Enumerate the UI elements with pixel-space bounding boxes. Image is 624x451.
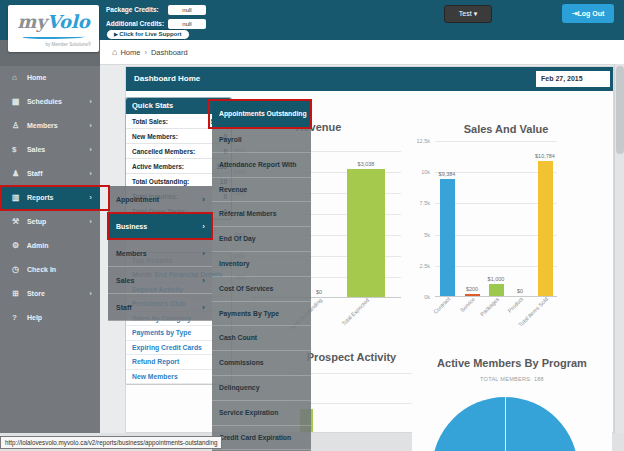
- x-axis-category-label: Contract: [405, 296, 452, 343]
- submenu-item-label: Sales: [116, 277, 134, 284]
- menu-item-referral-members[interactable]: Referral Members: [212, 202, 311, 227]
- menu-item-payroll[interactable]: Payroll: [212, 128, 311, 153]
- chevron-right-icon: ›: [89, 162, 92, 186]
- sidebar-item-members[interactable]: ♙ Members ›: [0, 114, 100, 138]
- sidebar-item-sales[interactable]: $ Sales ›: [0, 138, 100, 162]
- dashboard-panel-header: Dashboard Home Feb 27, 2015: [126, 67, 613, 91]
- wrench-icon: ⚒: [12, 210, 25, 234]
- myvolo-logo[interactable]: myVolo by Member Solutions®: [8, 5, 99, 52]
- sidebar-item-label: Reports: [27, 194, 53, 201]
- chevron-right-icon: ›: [202, 213, 205, 240]
- sidebar-item-check-in[interactable]: ◷ Check In ›: [0, 258, 100, 282]
- menu-item-attendance-report-with[interactable]: Attendance Report With: [212, 153, 311, 178]
- menu-item-credit-card-expiration[interactable]: Credit Card Expiration: [212, 426, 311, 451]
- breadcrumb-home-link[interactable]: Home: [120, 48, 140, 57]
- dashboard-title: Dashboard Home: [134, 74, 200, 83]
- chevron-right-icon: ›: [202, 267, 205, 294]
- sidebar-item-staff[interactable]: ♟ Staff ›: [0, 162, 100, 186]
- chevron-right-icon: ›: [202, 240, 205, 267]
- menu-item-commissions[interactable]: Commissions: [212, 351, 311, 376]
- quick-stat-label: New Members:: [132, 129, 178, 143]
- sidebar-item-schedules[interactable]: ▦ Schedules ›: [0, 90, 100, 114]
- scrollbar-thumb[interactable]: [616, 66, 624, 154]
- menu-item-end-of-day[interactable]: End Of Day: [212, 227, 311, 252]
- brand-tagline: by Member Solutions®: [8, 42, 99, 47]
- brand-my: my: [17, 11, 47, 32]
- reports-submenu: Appointment › Business › Members › Sales…: [108, 186, 212, 321]
- menu-item-cost-of-services[interactable]: Cost Of Services: [212, 277, 311, 302]
- menu-item-cash-count[interactable]: Cash Count: [212, 326, 311, 351]
- submenu-item-sales[interactable]: Sales ›: [108, 267, 212, 294]
- bar-value-label: $9,384: [427, 171, 467, 177]
- chevron-right-icon: ›: [202, 294, 205, 321]
- myvolo-dashboard-page: myVolo by Member Solutions® Package Cred…: [0, 0, 624, 451]
- brand-swoosh: [23, 35, 85, 39]
- x-axis-category-label: Packages: [454, 296, 501, 343]
- business-reports-menu: Appointments OutstandingPayrollAttendanc…: [212, 100, 311, 451]
- sidebar-item-reports[interactable]: ▥ Reports ›: [0, 186, 100, 210]
- live-support-button[interactable]: ▶ Click for Live Support: [106, 29, 190, 40]
- chevron-right-icon: ›: [89, 114, 92, 138]
- package-credits-value: null: [168, 5, 206, 15]
- sales-value-chart: Sales And Value 12.5k10k7.5k5k2.5k0k $9,…: [413, 113, 599, 348]
- brand-volo: Volo: [47, 11, 90, 32]
- additional-credits-value: null: [168, 19, 206, 29]
- submenu-item-business[interactable]: Business ›: [108, 213, 212, 240]
- menu-item-payments-by-type[interactable]: Payments By Type: [212, 302, 311, 327]
- menu-item-revenue[interactable]: Revenue: [212, 178, 311, 203]
- additional-credits-label: Additional Credits:: [106, 20, 168, 27]
- y-axis-tick: 0k: [408, 294, 430, 300]
- bar-contract: [440, 179, 455, 296]
- chevron-right-icon: ›: [202, 186, 205, 213]
- breadcrumb-band: ⌂Home›Dashboard: [100, 40, 624, 65]
- submenu-item-appointment[interactable]: Appointment ›: [108, 186, 212, 213]
- sidebar-item-admin[interactable]: ⚙ Admin ›: [0, 234, 100, 258]
- sidebar-item-label: Sales: [27, 146, 45, 153]
- chevron-right-icon: ›: [89, 90, 92, 114]
- calendar-icon: ▦: [12, 90, 25, 114]
- sidebar-item-label: Setup: [27, 218, 46, 225]
- browser-status-url: http://lolalovesvolo.myvolo.ca/v2/report…: [0, 436, 222, 449]
- sidebar-item-label: Help: [27, 314, 42, 321]
- menu-item-service-expiration[interactable]: Service Expiration: [212, 401, 311, 426]
- sidebar-item-store[interactable]: ⊞ Store ›: [0, 282, 100, 306]
- submenu-item-label: Business: [116, 223, 147, 230]
- breadcrumb: ⌂Home›Dashboard: [112, 47, 188, 57]
- active-members-title: Active Members By Program: [412, 357, 612, 369]
- x-axis-category-label: Total Items Sold: [503, 296, 550, 343]
- y-axis-tick: 2.5k: [408, 263, 430, 269]
- breadcrumb-separator: ›: [144, 48, 147, 57]
- menu-item-appointments-outstanding[interactable]: Appointments Outstanding: [212, 100, 311, 128]
- sidebar-item-help[interactable]: ? Help ›: [0, 306, 100, 330]
- sidebar-item-setup[interactable]: ⚒ Setup ›: [0, 210, 100, 234]
- clock-icon: ◷: [12, 258, 25, 282]
- logout-button[interactable]: ⇥Log Out: [562, 4, 614, 23]
- submenu-item-label: Staff: [116, 304, 132, 311]
- credits-block: Package Credits: null Additional Credits…: [106, 3, 206, 31]
- y-axis-tick: 5k: [408, 232, 430, 238]
- logout-label: Log Out: [578, 10, 605, 17]
- menu-item-inventory[interactable]: Inventory: [212, 252, 311, 277]
- date-field[interactable]: Feb 27, 2015: [536, 71, 610, 87]
- sidebar-item-label: Store: [27, 290, 45, 297]
- bar-value-label: $200: [452, 286, 492, 292]
- dollar-icon: $: [12, 138, 25, 162]
- chart-icon: ▥: [12, 186, 25, 210]
- submenu-item-staff[interactable]: Staff ›: [108, 294, 212, 321]
- sidebar-item-home[interactable]: ⌂ Home ›: [0, 66, 100, 90]
- user-menu-label: Test: [459, 10, 472, 17]
- question-icon: ?: [12, 306, 25, 330]
- submenu-item-label: Members: [116, 250, 147, 257]
- sidebar-item-label: Admin: [27, 242, 49, 249]
- total-members-subtitle: TOTAL MEMBERS: 188: [412, 376, 612, 382]
- bar-total-expected: [347, 169, 385, 297]
- menu-item-delinquency[interactable]: Delinquency: [212, 376, 311, 401]
- vertical-scrollbar[interactable]: [614, 64, 624, 433]
- chevron-right-icon: ›: [89, 282, 92, 306]
- quick-stat-label: Active Members:: [132, 159, 184, 173]
- active-members-chart: Active Members By Program TOTAL MEMBERS:…: [412, 350, 612, 451]
- user-menu-button[interactable]: Test ▾: [444, 5, 492, 23]
- live-support-label: Click for Live Support: [119, 31, 181, 37]
- submenu-item-members[interactable]: Members ›: [108, 240, 212, 267]
- breadcrumb-current: Dashboard: [151, 48, 188, 57]
